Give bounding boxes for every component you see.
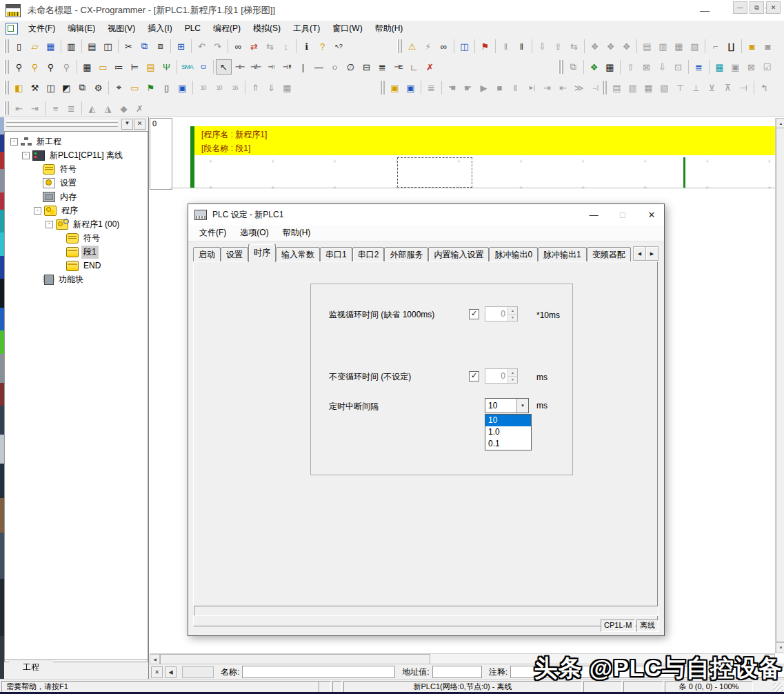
tb-zoom-tool-button[interactable]: ⚲ (11, 59, 27, 75)
fixed-cycle-time-spinner[interactable]: 0 ▲ ▼ (485, 368, 518, 384)
tb-monitor-box-2-button[interactable]: ⊠ (743, 59, 759, 75)
tb-outdent-rung-button[interactable]: ⇤ (11, 101, 27, 116)
tb-new-closed-contact-button[interactable]: ⊣/⊢ (248, 59, 263, 75)
tb-monitor-data-2-button[interactable]: ▥ (625, 80, 641, 95)
tb-compare-marker-1-button[interactable]: ◭ (84, 101, 100, 116)
tb-window-online-button[interactable]: ⧉ (565, 59, 581, 75)
tb-symbol-table-view-button[interactable]: ≣ (691, 59, 707, 75)
tb-paste-button[interactable]: ⧈ (152, 39, 168, 54)
spin-up-icon[interactable]: ▲ (508, 307, 517, 315)
tb-replace-button[interactable]: ⇄ (246, 39, 262, 54)
tb-io-comment-view-button[interactable]: ▣ (174, 80, 190, 95)
tb-diagram-workspace-button[interactable]: ⚒ (27, 80, 43, 95)
tb-select-mode-button[interactable]: ↖ (216, 59, 232, 75)
dialog-menu-item-1[interactable]: 文件(F) (192, 227, 233, 239)
tb-view-window-button[interactable]: ◫ (43, 80, 59, 95)
dialog-tab-2[interactable]: 设置 (221, 247, 248, 262)
tb-compare-marker-3-button[interactable]: ◆ (116, 101, 132, 116)
tree-item-7[interactable]: -新程序1 (00) (5, 217, 148, 231)
tb-align-top-button[interactable]: ≣ (63, 101, 79, 116)
tb-online-edit-cancel-button[interactable]: ❖ (619, 39, 634, 54)
tb-set-value-button[interactable]: ⊡ (670, 59, 686, 75)
tb-pause-simulation-button[interactable]: ☚ (444, 80, 460, 95)
menu-item-10[interactable]: 帮助(H) (369, 21, 410, 36)
tb-horizontal-line-button[interactable]: — (311, 59, 327, 75)
tb-monitor-hold-button[interactable]: ⊨ (127, 59, 143, 75)
tb-show-grid-button[interactable]: ▦ (79, 59, 95, 75)
toolbar-grip[interactable] (4, 81, 9, 95)
dialog-menu-item-3[interactable]: 帮助(H) (276, 227, 318, 239)
tb-monitor-signed-decimal-button[interactable]: 10 (211, 80, 227, 95)
tb-monitor-decimal-button[interactable]: 10 (195, 80, 211, 95)
tree-item-8[interactable]: 符号 (5, 231, 148, 245)
menu-item-8[interactable]: 工具(T) (287, 21, 326, 36)
dialog-tab-7[interactable]: 外部服务 (384, 247, 428, 262)
tb-monitor-box-3-button[interactable]: ☑ (759, 59, 775, 75)
name-input[interactable] (242, 666, 395, 678)
vertical-scroll-thumb[interactable] (776, 128, 784, 642)
tree-item-11[interactable]: 功能块 (5, 272, 148, 286)
tb-differential-monitor-button[interactable]: ∐ (723, 39, 739, 54)
toolbar-grip[interactable] (559, 60, 563, 74)
tree-collapse-icon[interactable]: - (34, 207, 41, 215)
tb-show-ci-button[interactable]: CI (195, 59, 211, 75)
tb-delete-element-button[interactable]: ✗ (422, 59, 438, 75)
tb-release-password-button[interactable]: ◙ (760, 39, 776, 54)
tb-align-list-button[interactable]: ≡ (48, 101, 63, 116)
watch-cycle-time-checkbox[interactable]: ✓ (469, 309, 479, 319)
tb-undo-button[interactable]: ↶ (194, 39, 210, 54)
fixed-cycle-time-checkbox[interactable]: ✓ (469, 371, 479, 381)
tb-monitor-data-3-button[interactable]: ▦ (641, 80, 656, 95)
cell-selection-cursor[interactable] (397, 157, 472, 188)
tb-step-out-button[interactable]: ⇤ (555, 80, 571, 95)
tb-show-sma-button[interactable]: SMA (179, 59, 195, 75)
tb-device-type-button[interactable]: ◫ (456, 39, 472, 54)
menu-item-3[interactable]: 视图(V) (101, 21, 141, 36)
tb-force-on-button[interactable]: ⇧ (623, 59, 639, 75)
tb-indent-rung-button[interactable]: ⇥ (27, 101, 43, 116)
tb-local-symbols-button[interactable]: ▭ (127, 80, 143, 95)
tb-monitor-window-3-button[interactable]: ▦ (671, 39, 687, 54)
tb-address-reference-button[interactable]: ▤ (143, 59, 159, 75)
toolbar-grip[interactable] (397, 39, 402, 53)
tb-help-button[interactable]: ? (314, 39, 330, 54)
scroll-down-icon[interactable]: ▼ (776, 642, 784, 653)
dialog-close-button[interactable]: ✕ (646, 210, 657, 220)
tb-stop-simulation-button[interactable]: ■ (492, 80, 507, 95)
tab-project[interactable]: 工程 (8, 660, 54, 675)
tb-pause-sim-button[interactable]: ‖ (507, 80, 523, 95)
tb-reset-bit-button[interactable]: ⊥ (688, 80, 704, 95)
tb-about-button[interactable]: ℹ (299, 39, 314, 54)
menu-item-5[interactable]: PLC (179, 21, 207, 36)
tb-show-comments-button[interactable]: ▭ (95, 59, 111, 75)
tb-online-edit-begin-button[interactable]: ❖ (603, 39, 619, 54)
tb-find-button[interactable]: ∞ (230, 39, 246, 54)
tb-copy-button[interactable]: ⧉ (137, 39, 152, 54)
tb-save-button[interactable]: ▦ (43, 39, 59, 54)
tb-monitor-data-4-button[interactable]: ▧ (656, 80, 672, 95)
tree-item-2[interactable]: -新PLC1[CP1L] 离线 (5, 148, 148, 162)
tb-force-cancel-button[interactable]: ⇩ (654, 59, 670, 75)
tb-online-compile-button[interactable]: ⚡ (420, 39, 436, 54)
mdi-minimize-button[interactable]: — (733, 1, 747, 14)
tree-collapse-icon[interactable]: - (10, 138, 18, 146)
tb-continuous-step-run-button[interactable]: ≫ (571, 80, 587, 95)
spin-down-icon[interactable]: ▼ (508, 377, 517, 384)
tb-new-window-button[interactable]: ◧ (11, 80, 27, 95)
panel-menu-icon[interactable]: ▼ (121, 119, 133, 130)
addressbar-prev-icon[interactable]: ◀ (165, 666, 177, 678)
tb-print-preview-button[interactable]: ◫ (100, 39, 116, 54)
tb-force-off-button[interactable]: ⊠ (639, 59, 654, 75)
panel-close-icon[interactable]: ✕ (134, 119, 145, 130)
tb-print-button[interactable]: ▤ (84, 39, 100, 54)
tb-new-button[interactable]: ▯ (11, 39, 27, 54)
minimize-button[interactable]: — (689, 0, 721, 21)
tb-new-or-closed-contact-button[interactable]: ⊣↟ (279, 59, 295, 75)
menu-item-4[interactable]: 插入(I) (141, 21, 178, 36)
tb-compile-program-button[interactable]: ⚠ (404, 39, 420, 54)
tree-item-4[interactable]: 设置 (5, 176, 148, 190)
tb-paste-special-button[interactable]: ⊞ (173, 39, 189, 54)
tb-new-contact-button[interactable]: ⊣⊢ (232, 59, 248, 75)
tb-zoom-fit-button[interactable]: ⚲ (27, 59, 43, 75)
tb-compare-marker-4-button[interactable]: ✗ (132, 101, 148, 116)
